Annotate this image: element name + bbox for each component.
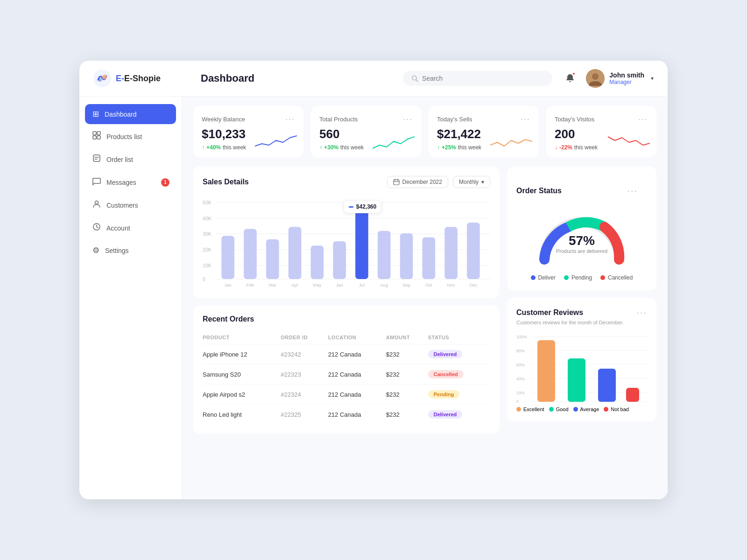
chart-visits: [608, 132, 650, 151]
donut-percentage: 57%: [556, 233, 607, 248]
table-row: Apple iPhone 12 #23242 212 Canada $232 D…: [203, 344, 490, 364]
svg-text:Jan: Jan: [336, 282, 343, 287]
reviews-menu[interactable]: ···: [636, 307, 647, 318]
svg-text:20%: 20%: [516, 391, 525, 395]
sidebar-item-orders[interactable]: Order list: [85, 149, 176, 170]
svg-text:30K: 30K: [203, 231, 211, 237]
user-info[interactable]: John smith Manager ▾: [586, 69, 654, 88]
svg-rect-40: [333, 241, 346, 279]
sidebar-item-dashboard[interactable]: ⊞ Dashboard: [85, 104, 176, 124]
stat-menu-sells[interactable]: ···: [521, 114, 530, 124]
order-location: 212 Canada: [328, 385, 386, 405]
body-layout: ⊞ Dashboard Products list: [79, 97, 668, 499]
stat-card-balance: Weekly Balance ··· $10,233 ↑ +40% this w…: [193, 106, 303, 157]
sidebar-item-messages[interactable]: Messages 1: [85, 172, 176, 193]
svg-rect-14: [394, 180, 399, 185]
stat-menu-visits[interactable]: ···: [638, 114, 648, 124]
app-container: E-E-Shopie Dashboard: [79, 61, 668, 499]
period-chevron: ▾: [481, 179, 484, 185]
orders-table: PRODUCT ORDER ID LOCATION AMOUNT STATUS …: [203, 331, 490, 424]
svg-rect-8: [97, 132, 100, 135]
search-bar[interactable]: [403, 71, 552, 86]
svg-text:May: May: [313, 282, 321, 287]
trend-value-balance: +40%: [206, 144, 221, 151]
bottom-section: Sales Details December 2022: [193, 167, 656, 434]
svg-text:20K: 20K: [203, 247, 211, 252]
col-status: STATUS: [428, 331, 490, 344]
reviews-legend: Excellent Good Average: [516, 406, 647, 412]
trend-value-sells: +25%: [442, 144, 456, 151]
order-status-menu[interactable]: ···: [618, 176, 647, 205]
order-status: Delivered: [428, 344, 490, 364]
svg-text:Jul: Jul: [359, 282, 365, 287]
order-id: #23242: [281, 344, 328, 364]
order-id: #22324: [281, 385, 328, 405]
svg-text:0: 0: [203, 276, 205, 282]
svg-rect-67: [568, 358, 585, 402]
sidebar: ⊞ Dashboard Products list: [79, 97, 182, 499]
logo-area: E-E-Shopie: [93, 70, 187, 87]
svg-text:Dec: Dec: [469, 282, 477, 287]
notbad-label: Not bad: [611, 406, 629, 412]
order-status-title: Order Status: [516, 187, 562, 195]
settings-icon: ⚙: [92, 245, 99, 255]
stat-card-visits: Today's Visitos ··· 200 ↓ -22% this week: [546, 106, 656, 157]
period-picker[interactable]: Monthly ▾: [453, 176, 490, 188]
svg-text:Aug: Aug: [380, 282, 388, 287]
svg-text:Mar: Mar: [269, 282, 276, 287]
status-badge: Pending: [428, 390, 459, 399]
chart-tooltip: $42,360: [344, 200, 381, 213]
svg-rect-46: [400, 233, 413, 279]
col-product: PRODUCT: [203, 331, 281, 344]
page-title: Dashboard: [201, 72, 394, 84]
customer-reviews-card: Customer Reviews ··· Customers reviews f…: [507, 298, 656, 421]
reviews-title: Customer Reviews: [516, 308, 583, 317]
table-row: Samsung S20 #22323 212 Canada $232 Cance…: [203, 364, 490, 385]
svg-rect-32: [244, 229, 257, 279]
sidebar-item-settings[interactable]: ⚙ Settings: [85, 240, 176, 260]
order-product: Reno Led light: [203, 405, 281, 425]
svg-point-1: [102, 75, 107, 79]
sales-controls: December 2022 Monthly ▾: [387, 176, 490, 188]
products-icon: [92, 131, 101, 142]
sidebar-item-account[interactable]: Account: [85, 217, 176, 238]
svg-point-2: [98, 78, 102, 82]
svg-rect-42: [355, 208, 368, 279]
svg-rect-7: [93, 132, 96, 135]
svg-text:40%: 40%: [516, 377, 525, 381]
status-badge: Delivered: [428, 410, 463, 419]
sidebar-label-dashboard: Dashboard: [105, 111, 137, 118]
date-picker[interactable]: December 2022: [387, 176, 448, 188]
status-badge: Delivered: [428, 350, 463, 358]
sidebar-label-products: Products list: [106, 133, 142, 140]
sidebar-item-customers[interactable]: Customers: [85, 195, 176, 216]
search-input[interactable]: [422, 75, 544, 82]
order-amount: $232: [386, 364, 428, 385]
stat-menu-balance[interactable]: ···: [285, 114, 295, 124]
customers-icon: [92, 200, 101, 210]
svg-rect-68: [598, 369, 616, 402]
reviews-bar-svg: 100% 80% 60% 40% 20% 0: [516, 332, 647, 406]
notification-button[interactable]: [562, 70, 578, 87]
chart-balance: [255, 132, 297, 151]
logo-icon: [93, 70, 111, 87]
good-label: Good: [556, 406, 569, 412]
svg-rect-9: [93, 136, 96, 139]
order-status: Pending: [428, 385, 490, 405]
stat-menu-products[interactable]: ···: [403, 114, 413, 124]
orders-icon: [92, 154, 101, 165]
status-badge: Cancelled: [428, 370, 464, 378]
svg-point-12: [95, 201, 99, 204]
stat-label-visits: Today's Visitos: [555, 116, 594, 123]
legend-average: Average: [573, 406, 599, 412]
sidebar-label-account: Account: [106, 224, 130, 232]
stat-card-products: Total Products ··· 560 ↑ +30% this week: [311, 106, 421, 157]
svg-text:50K: 50K: [203, 200, 211, 205]
logo-text: E-E-Shopie: [116, 74, 161, 84]
reviews-subtitle: Customers reviews for the month of Decem…: [516, 320, 647, 325]
main-content: Weekly Balance ··· $10,233 ↑ +40% this w…: [182, 97, 668, 499]
trend-icon-products: ↑: [319, 144, 322, 151]
sidebar-item-products[interactable]: Products list: [85, 126, 176, 147]
donut-chart: 57% Products are delivered: [516, 213, 647, 269]
svg-rect-36: [289, 227, 302, 279]
